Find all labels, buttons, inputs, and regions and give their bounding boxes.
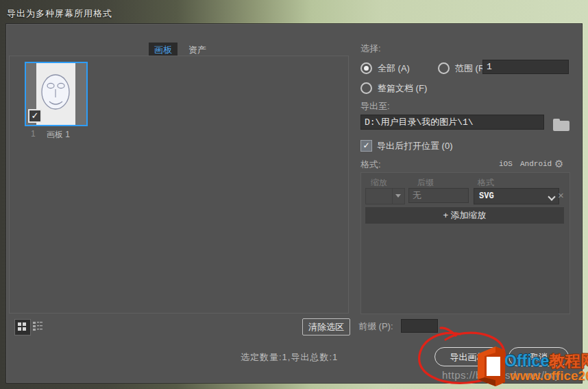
gear-icon[interactable]: ⚙ <box>554 158 563 170</box>
artboard-index: 1 <box>31 129 36 139</box>
format-column-header: 格式 <box>478 177 494 189</box>
artboard-checkbox[interactable]: ✓ <box>28 109 42 123</box>
format-select-value: SVG <box>479 191 494 201</box>
artboard-name: 画板 1 <box>47 129 70 141</box>
check-icon: ✓ <box>363 141 369 150</box>
grid-view-icon[interactable] <box>14 319 31 335</box>
suffix-input[interactable] <box>408 188 469 203</box>
window-title: 导出为多种屏幕所用格式 <box>7 8 112 20</box>
watermark-brand-office: Office <box>504 352 549 370</box>
open-location-checkbox[interactable]: ✓ <box>360 140 372 152</box>
scale-column-header: 缩放 <box>371 177 387 189</box>
radio-all[interactable] <box>360 62 372 74</box>
artboard-preview <box>36 63 75 125</box>
folder-icon[interactable] <box>553 118 571 132</box>
android-preset-link[interactable]: Android <box>520 160 552 168</box>
select-label: 选择: <box>360 43 381 55</box>
export-to-label: 导出至: <box>360 100 390 113</box>
watermark-brand-suffix: 教程网 <box>549 352 588 370</box>
chevron-down-icon[interactable] <box>392 189 404 204</box>
remove-format-icon[interactable]: × <box>558 189 564 201</box>
prefix-label: 前缀 (P): <box>358 320 393 333</box>
ios-preset-link[interactable]: iOS <box>499 160 513 168</box>
artboard-panel: ✓ 1 画板 1 <box>9 56 349 314</box>
formats-label: 格式: <box>360 158 381 171</box>
clear-selection-button[interactable]: 清除选区 <box>302 318 350 335</box>
radio-full-document-label[interactable]: 整篇文档 (F) <box>378 82 427 95</box>
suffix-column-header: 后缀 <box>417 177 434 189</box>
artboard-thumbnail[interactable]: ✓ <box>25 62 88 126</box>
check-icon: ✓ <box>32 110 39 121</box>
add-scale-button[interactable]: + 添加缩放 <box>365 207 564 224</box>
formats-box: 缩放 后缀 格式 SVG × + 添加缩放 <box>360 172 570 314</box>
watermark-site: www.office26.com <box>510 368 588 384</box>
export-summary: 选定数量:1,导出总数:1 <box>241 351 338 364</box>
scale-dropdown[interactable] <box>365 188 405 204</box>
tab-assets[interactable]: 资产 <box>183 43 212 57</box>
radio-all-label[interactable]: 全部 (A) <box>378 62 410 75</box>
format-select[interactable]: SVG <box>474 188 559 204</box>
chevron-down-icon <box>549 194 554 200</box>
open-location-label[interactable]: 导出后打开位置 (0) <box>377 140 453 152</box>
radio-full-document[interactable] <box>360 82 372 94</box>
export-for-screens-dialog: 画板 资产 ✓ 1 画板 1 选择: 全部 (A) 范围 (R): 整篇文档 <box>5 23 583 384</box>
prefix-input[interactable] <box>401 319 438 333</box>
radio-range[interactable] <box>438 62 450 74</box>
smiley-drawing <box>36 63 75 125</box>
range-input[interactable] <box>482 60 569 74</box>
list-view-icon[interactable] <box>31 319 46 334</box>
office-logo <box>475 346 508 389</box>
export-path-input[interactable] <box>360 115 544 130</box>
